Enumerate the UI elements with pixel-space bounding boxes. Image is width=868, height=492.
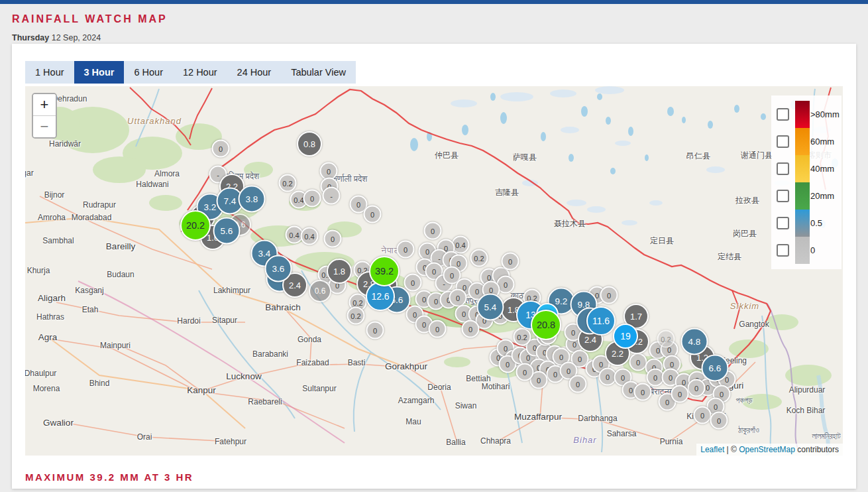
rain-marker[interactable]: 19 [613,324,638,349]
rain-marker[interactable]: 0.2 [470,249,488,267]
report-date-rest: 12 Sep, 2024 [49,33,101,42]
rain-marker[interactable]: 3.8 [239,186,266,213]
tab-12-hour[interactable]: 12 Hour [173,61,227,84]
leaflet-link[interactable]: Leaflet [700,445,724,454]
legend-swatch [795,128,810,155]
legend-swatch [795,237,810,264]
rain-marker[interactable]: 0 [366,322,384,339]
legend-swatch [795,210,810,237]
legend-swatch [795,182,810,210]
zoom-in-button[interactable]: + [33,94,56,115]
rain-marker[interactable]: 0 [569,375,587,393]
rain-marker[interactable]: 0 [212,140,230,158]
rain-marker[interactable]: 0.2 [657,330,675,348]
legend-checkbox[interactable] [777,162,789,175]
tab-tabular-view[interactable]: Tabular View [281,61,356,84]
legend-label: 40mm [810,164,834,174]
maximum-summary: MAXIMUM 39.2 MM AT 3 HR [25,471,193,483]
rain-marker[interactable]: 0 [634,383,652,401]
legend-label: >80mm [810,109,840,119]
marker-layer: 0-0.20.4000-000.40.400000.40.20-00000-00… [25,86,843,456]
rain-marker[interactable]: 0 [404,274,422,292]
legend-checkbox[interactable] [777,244,789,257]
rain-marker[interactable]: 0 [397,241,415,259]
legend-row: 0.5 [777,210,841,237]
rain-marker[interactable]: 4.8 [681,328,708,355]
rain-marker[interactable]: 5.6 [213,217,241,245]
legend-row: 20mm [777,182,841,210]
tab-24-hour[interactable]: 24 Hour [227,61,282,84]
zoom-out-button[interactable]: − [33,115,56,137]
rain-marker[interactable]: 12.6 [366,282,395,311]
rain-marker[interactable]: 0 [424,222,442,240]
map-attribution: Leaflet | © OpenStreetMap contributors [696,444,843,456]
leaflet-map[interactable]: DehradunHaridwārUttarakhandAlmoraHaldwan… [25,86,843,456]
rain-marker[interactable]: 0.4 [301,227,319,245]
rain-marker[interactable]: 39.2 [369,256,400,286]
report-date-day: Thursday [12,33,49,42]
attribution-rest: contributors [795,445,839,454]
legend-row: 0 [777,237,841,264]
legend-checkbox[interactable] [777,217,789,229]
rain-marker[interactable]: 0 [694,406,712,424]
legend-label: 0 [810,245,815,255]
rain-marker[interactable]: - [323,187,341,205]
rain-marker[interactable]: 20.2 [180,210,211,241]
rainfall-legend: >80mm60mm40mm20mm0.50 [771,95,841,269]
rain-marker[interactable]: 3.6 [265,255,292,282]
rain-marker[interactable]: 0 [324,230,342,248]
rain-marker[interactable]: 0.2 [279,174,297,192]
rain-marker[interactable]: 0 [502,253,519,271]
legend-checkbox[interactable] [777,135,789,148]
openstreetmap-link[interactable]: OpenStreetMap [739,445,795,454]
rainfall-watch-page: RAINFALL WATCH MAP Thursday 12 Sep, 2024… [0,4,868,492]
zoom-control: + − [32,93,57,139]
attribution-separator: | © [724,445,739,454]
legend-checkbox[interactable] [777,108,789,121]
report-date: Thursday 12 Sep, 2024 [12,33,101,42]
rain-marker[interactable]: 0.6 [309,280,331,302]
legend-swatch [795,155,810,182]
rain-marker[interactable]: 0 [303,190,321,208]
tab-6-hour[interactable]: 6 Hour [124,61,173,84]
legend-row: 40mm [777,155,841,182]
rain-marker[interactable]: 0 [449,289,467,307]
rain-marker[interactable]: 11.6 [586,306,616,336]
rain-marker[interactable]: 0 [429,320,447,338]
legend-label: 20mm [810,191,834,201]
legend-label: 0.5 [810,218,822,228]
rain-marker[interactable]: 0 [516,363,534,381]
map-card: 1 Hour3 Hour6 Hour12 Hour24 HourTabular … [12,44,856,489]
rain-marker[interactable]: 0.2 [347,307,365,325]
legend-row: 60mm [777,128,841,155]
interval-tabs: 1 Hour3 Hour6 Hour12 Hour24 HourTabular … [25,61,356,84]
rain-marker[interactable]: 0 [688,379,706,397]
legend-row: >80mm [777,101,841,128]
legend-swatch [795,101,810,128]
legend-label: 60mm [810,137,834,147]
rain-marker[interactable]: 0 [600,286,618,304]
tab-3-hour[interactable]: 3 Hour [74,61,125,84]
rain-marker[interactable]: 0 [710,412,728,430]
rain-marker[interactable]: 1.8 [327,259,352,284]
legend-checkbox[interactable] [777,190,789,202]
tab-1-hour[interactable]: 1 Hour [25,61,74,84]
rain-marker[interactable]: 0 [629,353,647,371]
rain-marker[interactable]: 0 [671,385,689,403]
rain-marker[interactable]: 0.2 [514,328,531,346]
rain-marker[interactable]: 5.4 [477,294,504,321]
rain-marker[interactable]: 0 [462,320,480,338]
rain-marker[interactable]: 6.6 [702,355,729,382]
rain-marker[interactable]: 0.8 [297,131,322,156]
page-title: RAINFALL WATCH MAP [12,13,168,25]
rain-marker[interactable]: 0 [364,206,382,223]
rain-marker[interactable]: 20.8 [531,310,561,340]
